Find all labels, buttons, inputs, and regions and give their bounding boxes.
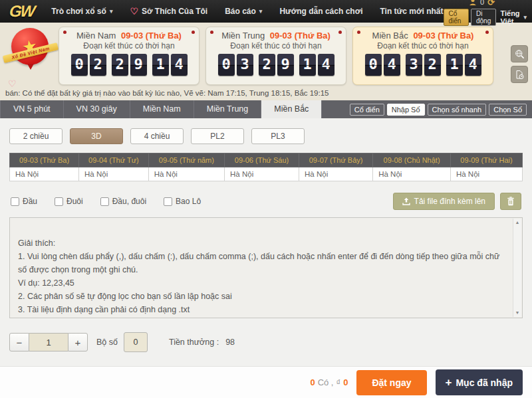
reward-value: 98	[225, 338, 235, 347]
region-name: Miền Trung	[221, 31, 265, 41]
upload-file-button[interactable]: Tải file đính kèm lên	[393, 193, 495, 210]
top-nav: GW Trò chơi xổ số ▾ ♡ Sở Thích Của Tôi B…	[0, 0, 532, 23]
timer-digit: 1	[152, 54, 169, 76]
balance-value: 0	[480, 0, 484, 6]
countdown-panel-mien-bac[interactable]: Miền Bắc 09-03 (Thứ Ba) Đoạn kết thúc có…	[352, 27, 493, 85]
bettype-pl3[interactable]: PL3	[251, 128, 305, 144]
region-tab-bar: VN 5 phút VN 30 giây Miền Nam Miền Trung…	[0, 100, 532, 118]
menu-item-how-to-play[interactable]: Hướng dẫn cách chơi	[279, 7, 362, 16]
tab-mien-bac[interactable]: Miền Bắc	[261, 100, 322, 118]
checkbox-box[interactable]	[55, 197, 63, 206]
timer-digit: 4	[384, 54, 400, 76]
scroll-up-icon[interactable]: ▲	[513, 219, 521, 227]
timer-digit: 0	[365, 54, 382, 76]
timer-digit: 3	[237, 54, 253, 76]
draw-date: 09-03 (Thứ Ba)	[121, 31, 182, 41]
bet-type-tabs: 2 chiều 3D 4 chiều PL2 PL3	[9, 128, 523, 144]
countdown-panel-mien-nam[interactable]: Miền Nam 09-03 (Thứ Ba) Đoạn kết thúc có…	[59, 27, 200, 85]
tab-vn-30-giay[interactable]: VN 30 giây	[64, 100, 130, 118]
schedule-city[interactable]: Hà Nội	[299, 167, 373, 181]
checkbox-dau-duoi[interactable]: Đầu, đuôi	[100, 197, 146, 206]
schedule-city[interactable]: Hà Nội	[10, 167, 79, 181]
bettype-3d[interactable]: 3D	[70, 128, 123, 144]
mode-chon-so[interactable]: Chọn Số	[489, 104, 527, 116]
menu-item-label: Tin tức mới nhất	[380, 7, 444, 16]
timer-digit: 2	[259, 54, 275, 76]
indicator-dot	[485, 31, 489, 34]
schedule-city[interactable]: Hà Nội	[148, 167, 224, 181]
place-bet-button[interactable]: Đặt ngay	[356, 370, 426, 395]
menu-item-news[interactable]: Tin tức mới nhất	[380, 7, 444, 16]
timer-digit: 4	[465, 54, 481, 76]
countdown-timer: 04 32 14	[353, 54, 493, 76]
brand-logo[interactable]: GW	[9, 2, 35, 21]
skin-classic-button[interactable]: Cổ điển	[444, 9, 469, 26]
entered-items-label: Mục đã nhập	[456, 377, 513, 388]
menu-item-label: Sở Thích Của Tôi	[142, 7, 207, 16]
refresh-icon[interactable]: ⟳	[487, 0, 495, 7]
multiplier-input[interactable]: 1	[29, 333, 68, 351]
language-selector[interactable]: Tiếng Việt ▾	[500, 9, 527, 25]
bottom-action-bar: 0 Có , ₫ 0 Đặt ngay + Mục đã nhập	[0, 366, 532, 398]
account-area: 0 ⟳ Cổ điển Di động Tiếng Việt ▾	[444, 0, 527, 26]
reward-label: Tiền thưởng :	[169, 338, 219, 347]
skin-mobile-button[interactable]: Di động	[471, 9, 496, 26]
indicator-dot	[210, 31, 213, 34]
panel-subtitle: Đoạn kết thúc có thời hạn	[59, 41, 199, 50]
tab-mien-nam[interactable]: Miền Nam	[130, 100, 194, 118]
bet-amount: 0	[343, 377, 348, 387]
indicator-dot	[192, 31, 195, 34]
scroll-down-icon[interactable]: ▼	[513, 309, 521, 317]
checkbox-box[interactable]	[11, 197, 19, 206]
indicator-dot	[357, 31, 360, 34]
checkbox-dau[interactable]: Đầu	[11, 197, 37, 206]
menu-item-lottery-games[interactable]: Trò chơi xổ số ▾	[51, 7, 112, 16]
entry-instructions: Giải thích: 1. Vui lòng chèn dấu phẩy (,…	[18, 239, 499, 318]
schedule-header-row: 09-03 (Thứ Ba) 09-04 (Thứ Tư) 09-05 (Thứ…	[10, 153, 523, 167]
tab-mien-trung[interactable]: Miền Trung	[194, 100, 262, 118]
countdown-timer: 03 29 14	[206, 54, 346, 76]
mode-nhap-so[interactable]: Nhập Số	[387, 104, 425, 116]
checkbox-label: Đầu, đuôi	[112, 197, 146, 206]
schedule-city[interactable]: Hà Nội	[225, 167, 299, 181]
user-icon[interactable]	[469, 0, 477, 6]
number-entry-textarea[interactable]: Giải thích: 1. Vui lòng chèn dấu phẩy (,…	[9, 217, 523, 318]
menu-item-label: Báo cáo	[225, 7, 256, 16]
schedule-city-row: Hà Nội Hà Nội Hà Nội Hà Nội Hà Nội Hà Nộ…	[10, 167, 523, 181]
set-count-value: 0	[124, 332, 148, 352]
file-history-icon[interactable]	[511, 66, 528, 83]
menu-item-favorites[interactable]: ♡ Sở Thích Của Tôi	[130, 6, 207, 17]
plus-button[interactable]: +	[68, 333, 88, 351]
checkbox-box[interactable]	[164, 197, 172, 206]
minus-button[interactable]: −	[9, 333, 29, 351]
scrollbar[interactable]: ▲ ▼	[513, 219, 521, 317]
heart-icon[interactable]: ♡	[8, 78, 17, 89]
timer-digit: 1	[446, 54, 463, 76]
schedule-city[interactable]: Hà Nội	[373, 167, 451, 181]
entered-items-button[interactable]: + Mục đã nhập	[436, 369, 523, 395]
globe-search-icon[interactable]	[511, 45, 528, 62]
upload-label: Tải file đính kèm lên	[414, 197, 485, 206]
checkbox-box[interactable]	[100, 197, 109, 206]
tab-vn-5-phut[interactable]: VN 5 phút	[0, 100, 64, 118]
schedule-city[interactable]: Hà Nội	[79, 167, 149, 181]
bettype-pl2[interactable]: PL2	[191, 128, 244, 144]
brand-logo-text: GW	[9, 2, 35, 20]
bettype-4-chieu[interactable]: 4 chiều	[130, 128, 184, 144]
menu-item-reports[interactable]: Báo cáo ▾	[225, 7, 262, 16]
bet-count-label: Có ,	[318, 377, 334, 387]
countdown-panel-mien-trung[interactable]: Miền Trung 09-03 (Thứ Ba) Đoạn kết thúc …	[205, 27, 346, 85]
panel-title: Miền Bắc 09-03 (Thứ Ba)	[353, 31, 493, 41]
bettype-2-chieu[interactable]: 2 chiều	[9, 128, 63, 144]
countdown-section: ★ Xổ Đề Việt Nam ♡ Miền Nam 09-03 (Thứ B…	[0, 23, 532, 89]
draw-schedule-table: 09-03 (Thứ Ba) 09-04 (Thứ Tư) 09-05 (Thứ…	[9, 153, 523, 181]
schedule-city[interactable]: Hà Nội	[450, 167, 522, 181]
mode-chon-so-nhanh[interactable]: Chọn số nhanh	[428, 104, 487, 116]
mode-co-dien[interactable]: Cổ điển	[350, 104, 384, 116]
checkbox-duoi[interactable]: Đuôi	[55, 197, 83, 206]
caret-down-icon: ▾	[523, 14, 527, 21]
trash-icon[interactable]	[500, 193, 521, 210]
checkbox-bao-lo[interactable]: Bao Lô	[164, 197, 201, 206]
timer-digit: 9	[277, 54, 294, 76]
language-label: Tiếng Việt	[500, 9, 521, 25]
